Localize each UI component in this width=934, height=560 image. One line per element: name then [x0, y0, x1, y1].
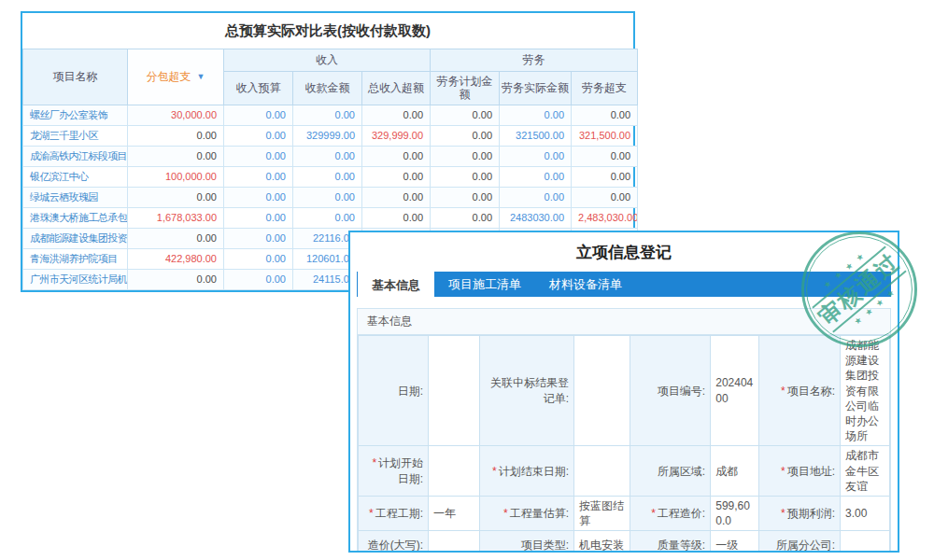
tab-material-equipment-list[interactable]: 材料设备清单	[535, 272, 636, 297]
amount-cell: 0.00	[572, 146, 638, 166]
form-row: *计划开始日期:*计划结束日期:所属区域:成都*项目地址:成都市金牛区友谊	[359, 446, 890, 497]
field-label: *计划开始日期:	[359, 446, 429, 497]
amount-cell: 0.00	[224, 166, 293, 187]
amount-cell: 100,000.00	[128, 166, 224, 187]
field-value[interactable]: 成都	[711, 446, 759, 497]
amount-cell: 0.00	[224, 228, 293, 248]
sort-descending-icon[interactable]: ▼	[197, 72, 205, 81]
basic-info-section: 基本信息 日期:关联中标结果登记单:项目编号:20240400*项目名称:成都能…	[357, 308, 891, 553]
field-value[interactable]: 一年	[429, 496, 480, 530]
field-value[interactable]: 20240400	[711, 336, 759, 446]
amount-cell: 321500.00	[500, 125, 572, 146]
field-value[interactable]	[841, 531, 890, 553]
amount-cell: 0.00	[293, 207, 362, 228]
field-label: 所属区域:	[630, 446, 711, 497]
amount-cell: 0.00	[572, 187, 638, 207]
field-value[interactable]	[429, 446, 480, 497]
amount-cell: 0.00	[500, 166, 572, 187]
column-group-income: 收入	[224, 49, 431, 72]
field-value[interactable]: 机电安装	[573, 531, 630, 553]
field-value[interactable]: 一级	[711, 531, 759, 553]
field-value[interactable]: 3.00	[841, 496, 890, 530]
table-row: 港珠澳大桥施工总承包项目1,678,033.000.000.000.000.00…	[23, 207, 638, 228]
project-name-link[interactable]: 绿城云栖玫瑰园	[23, 187, 128, 207]
project-name-link[interactable]: 港珠澳大桥施工总承包项目	[23, 207, 128, 228]
amount-cell: 0.00	[224, 146, 293, 166]
field-value[interactable]: 成都能源建设集团投资有限公司临时办公场所	[841, 336, 890, 446]
amount-cell: 329,999.00	[362, 125, 431, 146]
project-name-link[interactable]: 青海洪湖养护院项目	[23, 248, 128, 269]
tab-construction-list[interactable]: 项目施工清单	[434, 272, 535, 297]
field-value[interactable]: 成都市金牛区友谊	[841, 446, 890, 497]
project-name-link[interactable]: 螺丝厂办公室装饰	[23, 105, 128, 125]
required-asterisk: *	[492, 465, 497, 478]
amount-cell: 0.00	[224, 207, 293, 228]
amount-cell: 329999.00	[293, 125, 362, 146]
amount-cell: 0.00	[572, 166, 638, 187]
required-asterisk: *	[369, 507, 374, 520]
amount-cell: 0.00	[431, 146, 500, 166]
column-header-labor-planned: 劳务计划金额	[431, 72, 500, 105]
column-header-project-name: 项目名称	[23, 49, 128, 105]
amount-cell: 0.00	[362, 166, 431, 187]
basic-info-form: 日期:关联中标结果登记单:项目编号:20240400*项目名称:成都能源建设集团…	[358, 335, 890, 553]
required-asterisk: *	[781, 465, 785, 478]
amount-cell: 0.00	[362, 187, 431, 207]
amount-cell: 1,678,033.00	[128, 207, 224, 228]
amount-cell: 0.00	[224, 105, 293, 125]
required-asterisk: *	[651, 507, 656, 520]
subcontract-overspend-label: 分包超支	[147, 69, 191, 85]
basic-info-form-body: 日期:关联中标结果登记单:项目编号:20240400*项目名称:成都能源建设集团…	[359, 336, 890, 553]
form-row: *工程工期:一年*工程量估算:按蓝图结算*工程造价:599,600.0*预期利润…	[359, 496, 890, 530]
amount-cell: 0.00	[500, 146, 572, 166]
field-value[interactable]	[573, 336, 630, 446]
form-row: 造价(大写):项目类型:机电安装质量等级:一级所属分公司:	[359, 531, 890, 553]
budget-table-title: 总预算实际对比表(按收付款取数)	[22, 13, 633, 49]
amount-cell: 0.00	[128, 125, 224, 146]
field-value[interactable]	[573, 446, 630, 497]
field-value[interactable]	[429, 531, 480, 553]
basic-info-section-header: 基本信息	[358, 309, 890, 335]
column-header-income-excess: 总收入超额	[362, 72, 431, 105]
amount-cell: 0.00	[362, 105, 431, 125]
field-label: *工程量估算:	[479, 496, 573, 530]
table-row: 螺丝厂办公室装饰30,000.000.000.000.000.000.000.0…	[23, 105, 638, 125]
project-name-link[interactable]: 龙湖三千里小区	[23, 125, 128, 146]
column-header-subcontract-overspend[interactable]: 分包超支 ▼	[128, 49, 224, 105]
amount-cell: 2,483,030.00	[572, 207, 638, 228]
field-value[interactable]	[429, 336, 480, 446]
project-name-link[interactable]: 银亿滨江中心	[23, 166, 128, 187]
amount-cell: 0.00	[224, 269, 293, 289]
required-asterisk: *	[781, 385, 785, 398]
amount-cell: 0.00	[293, 105, 362, 125]
required-asterisk: *	[503, 507, 508, 520]
amount-cell: 0.00	[572, 105, 638, 125]
field-label: *计划结束日期:	[479, 446, 573, 497]
amount-cell: 0.00	[128, 269, 224, 289]
amount-cell: 0.00	[293, 146, 362, 166]
amount-cell: 2483030.00	[500, 207, 572, 228]
amount-cell: 0.00	[431, 166, 500, 187]
project-name-link[interactable]: 成都能源建设集团投资有限公司	[23, 228, 128, 248]
required-asterisk: *	[781, 507, 785, 520]
amount-cell: 0.00	[128, 187, 224, 207]
table-row: 绿城云栖玫瑰园0.000.000.000.000.000.000.00	[23, 187, 638, 207]
field-label: *工程造价:	[630, 496, 711, 530]
amount-cell: 0.00	[224, 125, 293, 146]
field-label: *预期利润:	[758, 496, 840, 530]
field-value[interactable]: 按蓝图结算	[573, 496, 630, 530]
amount-cell: 30,000.00	[128, 105, 224, 125]
project-name-link[interactable]: 广州市天河区统计局机房改造	[23, 269, 128, 289]
field-label: 造价(大写):	[359, 531, 429, 553]
amount-cell: 0.00	[431, 105, 500, 125]
field-label: 项目编号:	[630, 336, 711, 446]
field-label: *项目名称:	[758, 336, 840, 446]
project-name-link[interactable]: 成渝高铁内江标段项目	[23, 146, 128, 166]
field-value[interactable]: 599,600.0	[711, 496, 759, 530]
tab-basic-info[interactable]: 基本信息	[358, 272, 434, 301]
amount-cell: 0.00	[293, 166, 362, 187]
required-asterisk: *	[372, 456, 376, 469]
amount-cell: 0.00	[224, 187, 293, 207]
table-row: 龙湖三千里小区0.000.00329999.00329,999.000.0032…	[23, 125, 638, 146]
amount-cell: 0.00	[431, 125, 500, 146]
